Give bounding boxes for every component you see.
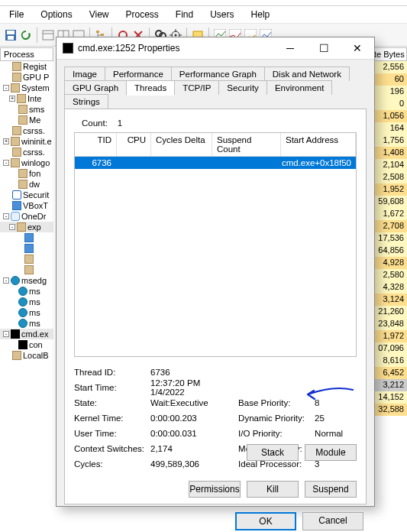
tree-row[interactable]: csrss. (0, 125, 53, 136)
tree-row[interactable] (0, 254, 53, 264)
bytes-cell: 164 (370, 122, 407, 135)
expand-icon[interactable]: - (3, 213, 9, 219)
svg-rect-9 (101, 34, 104, 36)
menu-users[interactable]: Users (207, 8, 237, 21)
refresh-icon[interactable] (20, 29, 32, 41)
process-name: con (29, 340, 43, 349)
tree-row[interactable]: ms (0, 297, 53, 307)
col-cycles[interactable]: Cycles Delta (151, 133, 212, 156)
tab-security[interactable]: Security (218, 80, 267, 95)
tree-row[interactable]: -exp (0, 222, 53, 232)
tree-row[interactable]: VBoxT (0, 200, 53, 211)
tree-row[interactable] (0, 232, 53, 243)
expand-icon[interactable]: + (9, 96, 15, 102)
process-name: sms (29, 105, 44, 114)
tab-perf-graph[interactable]: Performance Graph (171, 66, 265, 81)
menu-view[interactable]: View (86, 8, 112, 21)
tree-row[interactable]: ms (0, 286, 53, 297)
col-tid[interactable]: TID (75, 133, 117, 156)
tab-tcpip[interactable]: TCP/IP (174, 80, 219, 95)
process-icon (12, 62, 21, 71)
expand-icon[interactable]: - (9, 224, 15, 230)
process-icon (24, 244, 34, 253)
tab-threads[interactable]: Threads (126, 80, 175, 96)
tree-row[interactable]: -winlogo (0, 157, 53, 168)
col-start-addr[interactable]: Start Address (281, 133, 356, 156)
tree-header[interactable]: Process (0, 47, 53, 61)
tree-row[interactable]: Securit (0, 190, 53, 200)
tree-row[interactable]: Regist (0, 61, 53, 72)
info-row: Dynamic Priority:25 (238, 410, 357, 426)
threads-panel: Count: 1 TID ⌄CPU Cycles Delta Suspend C… (64, 109, 367, 504)
process-tree[interactable]: Process RegistGPU P-System+IntesmsMecsrs… (0, 47, 53, 532)
info-row: Base Priority:8 (238, 395, 357, 410)
tree-row[interactable]: -OneDr (0, 211, 53, 222)
menu-find[interactable]: Find (173, 8, 196, 21)
col-cpu[interactable]: ⌄CPU (117, 133, 151, 156)
menu-help[interactable]: Help (248, 8, 273, 21)
menu-process[interactable]: Process (123, 8, 162, 21)
bytes-cell: 60 (370, 73, 407, 86)
menu-file[interactable]: File (6, 8, 27, 21)
tree-row[interactable]: con (0, 339, 53, 350)
tab-performance[interactable]: Performance (105, 66, 172, 81)
bytes-header[interactable]: te Bytes (370, 47, 407, 61)
tree-row[interactable]: fon (0, 168, 53, 179)
minimize-button[interactable]: ─ (273, 37, 307, 59)
tab-environment[interactable]: Environment (266, 80, 333, 95)
tree-row[interactable]: -cmd.ex (0, 329, 53, 339)
tree-row[interactable]: dw (0, 179, 53, 190)
tree-row[interactable]: ms (0, 318, 53, 329)
bytes-cell: 32,588 (370, 404, 407, 416)
bytes-cell: 59,608 (370, 196, 407, 208)
expand-icon[interactable]: - (3, 85, 9, 91)
tab-strings[interactable]: Strings (64, 94, 108, 109)
module-button[interactable]: Module (305, 444, 357, 461)
tab-disk-network[interactable]: Disk and Network (264, 66, 350, 81)
expand-icon[interactable]: - (3, 331, 9, 337)
info-row: Context Switches:2,174 (74, 441, 234, 456)
tree-row[interactable]: -msedg (0, 275, 53, 286)
process-name: msedg (21, 276, 47, 285)
expand-icon[interactable]: - (3, 160, 9, 166)
pane-icon[interactable] (42, 29, 54, 41)
tree-row[interactable]: -System (0, 83, 53, 93)
save-icon[interactable] (5, 29, 17, 41)
close-button[interactable]: ✕ (341, 37, 374, 59)
ok-button[interactable]: OK (235, 512, 296, 530)
expand-icon[interactable]: - (3, 277, 9, 284)
info-label: Dynamic Priority: (238, 414, 315, 423)
threads-grid[interactable]: TID ⌄CPU Cycles Delta Suspend Count Star… (74, 132, 357, 357)
cancel-button[interactable]: Cancel (302, 512, 363, 530)
tree-row[interactable] (0, 264, 53, 275)
tree-row[interactable]: +Inte (0, 93, 53, 104)
bytes-cell: 3,124 (370, 294, 407, 306)
tree-row[interactable]: +wininit.e (0, 136, 53, 147)
maximize-button[interactable]: ☐ (307, 37, 341, 59)
tree-row[interactable]: Me (0, 115, 53, 125)
separator (37, 28, 37, 43)
tree-row[interactable]: sms (0, 104, 53, 115)
process-icon (11, 137, 20, 146)
process-name: ms (29, 319, 40, 328)
tree-row[interactable]: csrss. (0, 147, 53, 157)
expand-icon[interactable]: + (3, 138, 9, 144)
tree-row[interactable]: GPU P (0, 72, 53, 83)
suspend-button[interactable]: Suspend (305, 481, 357, 498)
tab-image[interactable]: Image (64, 66, 105, 81)
info-label: Kernel Time: (74, 414, 150, 423)
tree-row[interactable] (0, 243, 53, 254)
menu-options[interactable]: Options (37, 8, 75, 21)
col-suspend[interactable]: Suspend Count (212, 133, 281, 156)
tree-row[interactable]: LocalB (0, 350, 53, 361)
thread-row[interactable]: 6736 cmd.exe+0x18f50 (75, 157, 356, 169)
kill-button[interactable]: Kill (247, 481, 299, 498)
tab-gpu-graph[interactable]: GPU Graph (64, 80, 127, 95)
dialog-titlebar[interactable]: cmd.exe:1252 Properties ─ ☐ ✕ (57, 37, 374, 60)
info-label: Base Priority: (238, 398, 315, 407)
tree-row[interactable]: ms (0, 307, 53, 318)
stack-button[interactable]: Stack (247, 444, 299, 461)
permissions-button[interactable]: Permissions (189, 481, 241, 498)
process-name: dw (29, 180, 40, 189)
process-name: cmd.ex (21, 329, 48, 339)
